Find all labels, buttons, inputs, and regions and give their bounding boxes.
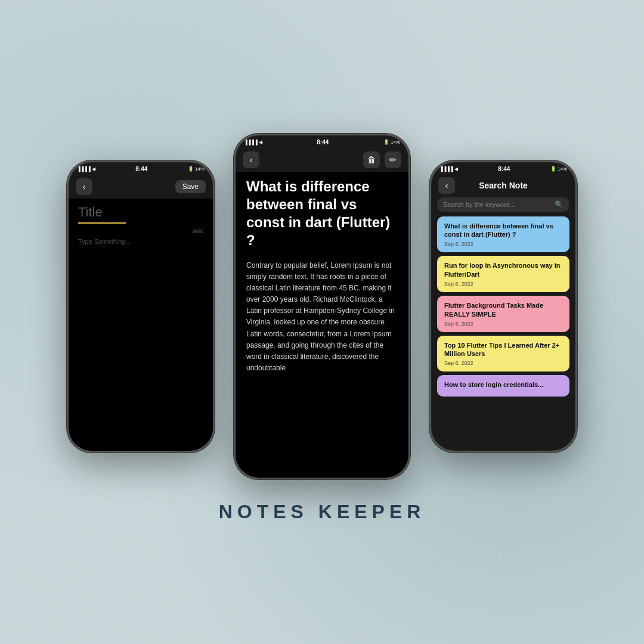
note-detail-body: Contrary to popular belief, Lorem Ipsum …: [246, 260, 398, 374]
note-detail-title: What is difference between final vs cons…: [246, 178, 398, 249]
nav-bar-2: ‹ 🗑 ✏: [236, 148, 408, 172]
note-card-title: Flutter Background Tasks Made REALLY SIM…: [444, 301, 562, 319]
status-bar-1: ▐▐▐▐ ◀ 8:44 🔋 14%: [69, 162, 213, 175]
edit-icon: ✏: [389, 155, 397, 165]
signal-bars-3: ▐▐▐▐: [439, 166, 453, 172]
search-icon: 🔍: [555, 200, 564, 209]
phone-note-detail: ▐▐▐▐ ◀ 8:44 🔋 14% ‹ 🗑 ✏ What: [234, 134, 410, 479]
note-card-date: Sep 6, 2022: [444, 360, 562, 366]
note-card-title: How to store login credentials...: [444, 380, 562, 389]
back-button-2[interactable]: ‹: [243, 151, 259, 168]
back-icon-2: ‹: [250, 155, 253, 165]
time-2: 8:44: [317, 139, 329, 145]
search-screen-title: Search Note: [479, 181, 528, 190]
phone-new-note: ▐▐▐▐ ◀ 8:44 🔋 14% ‹ Save Title 0/80 Type…: [67, 160, 215, 453]
nav-bar-1: ‹ Save: [69, 175, 213, 199]
note-detail-screen: What is difference between final vs cons…: [236, 172, 408, 478]
note-card-title: Run for loop in Asynchronous way in Flut…: [444, 261, 562, 279]
signal-bars-1: ▐▐▐▐: [77, 166, 91, 172]
search-input[interactable]: Search by the keyword...: [443, 201, 551, 208]
save-button-1[interactable]: Save: [175, 180, 206, 193]
wifi-icon-3: ◀: [454, 166, 458, 172]
note-card-date: Sep 6, 2022: [444, 321, 562, 327]
signal-2: ▐▐▐▐ ◀: [244, 140, 262, 145]
battery-icon-3: 🔋: [550, 166, 556, 172]
delete-button-2[interactable]: 🗑: [363, 151, 380, 168]
battery-2: 🔋 14%: [383, 140, 400, 145]
char-count: 0/80: [78, 228, 203, 234]
battery-icon-2: 🔋: [383, 140, 389, 145]
back-icon-3: ‹: [445, 181, 448, 190]
note-card-title: Top 10 Flutter Tips I Learned After 2+ M…: [444, 341, 562, 359]
status-bar-2: ▐▐▐▐ ◀ 8:44 🔋 14%: [236, 135, 408, 148]
search-input-container[interactable]: Search by the keyword... 🔍: [437, 197, 569, 212]
body-input[interactable]: Type Something...: [78, 238, 203, 245]
note-card-date: Sep 6, 2022: [444, 241, 562, 247]
note-card-date: Sep 6, 2022: [444, 281, 562, 287]
note-card[interactable]: Run for loop in Asynchronous way in Flut…: [437, 256, 569, 292]
battery-pct-2: 14%: [391, 140, 400, 145]
time-1: 8:44: [135, 166, 147, 172]
signal-bars-2: ▐▐▐▐: [244, 140, 258, 145]
notes-list: What is difference between final vs cons…: [431, 216, 575, 451]
wifi-icon-2: ◀: [259, 140, 262, 145]
note-card[interactable]: What is difference between final vs cons…: [437, 216, 569, 253]
back-button-3[interactable]: ‹: [438, 177, 455, 194]
note-card[interactable]: Top 10 Flutter Tips I Learned After 2+ M…: [437, 336, 569, 372]
battery-icon-1: 🔋: [188, 166, 194, 172]
signal-1: ▐▐▐▐ ◀: [77, 166, 95, 172]
battery-pct-1: 14%: [195, 166, 205, 172]
back-icon-1: ‹: [83, 182, 86, 191]
battery-1: 🔋 14%: [188, 166, 205, 172]
search-nav-bar: ‹ Search Note: [431, 175, 575, 197]
edit-button-2[interactable]: ✏: [385, 151, 401, 168]
wifi-icon-1: ◀: [92, 166, 95, 172]
note-card[interactable]: How to store login credentials...: [437, 375, 569, 397]
status-bar-3: ▐▐▐▐ ◀ 8:44 🔋 14%: [431, 162, 575, 175]
new-note-screen: Title 0/80 Type Something...: [69, 199, 213, 451]
signal-3: ▐▐▐▐ ◀: [439, 166, 458, 172]
battery-pct-3: 14%: [558, 166, 567, 172]
phone-search: ▐▐▐▐ ◀ 8:44 🔋 14% ‹ Search Note Search b…: [429, 160, 577, 453]
note-card-title: What is difference between final vs cons…: [444, 222, 562, 240]
back-button-1[interactable]: ‹: [76, 178, 92, 195]
app-title: NOTES KEEPER: [219, 501, 426, 523]
phones-row: ▐▐▐▐ ◀ 8:44 🔋 14% ‹ Save Title 0/80 Type…: [67, 134, 577, 479]
time-3: 8:44: [498, 166, 510, 172]
note-card[interactable]: Flutter Background Tasks Made REALLY SIM…: [437, 296, 569, 332]
trash-icon: 🗑: [367, 155, 376, 165]
title-input[interactable]: Title: [78, 205, 126, 224]
battery-3: 🔋 14%: [550, 166, 567, 172]
